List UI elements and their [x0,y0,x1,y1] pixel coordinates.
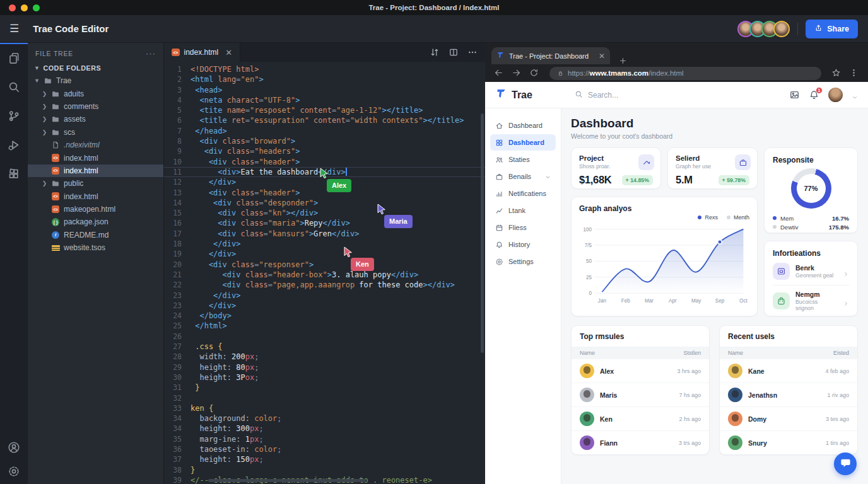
table-row[interactable]: Kane 4 feb ago [720,359,857,383]
html-file-icon: <> [51,192,60,201]
sidebar-item-fliess[interactable]: Fliess [490,219,556,236]
sidebar-item-settings[interactable]: Settings [490,253,556,270]
back-button[interactable] [494,68,504,78]
browser-menu-icon[interactable] [849,68,859,78]
stat-badge: + 59.78% [718,175,749,185]
code-area[interactable]: 1<!DOCTYPE html>2<html lang="en">3 <head… [164,62,485,484]
search-input[interactable]: Search... [575,90,618,100]
line-number: 12 [164,177,191,187]
code-line: 6 <title ret="essupration" content="widt… [164,115,485,125]
stat-value: $1,68K [579,174,611,186]
sidebar-item-staties[interactable]: Staties [490,151,556,168]
menu-icon[interactable]: ☰ [9,23,19,34]
more-actions-icon[interactable] [467,47,478,57]
table-row[interactable]: Alex 3 hrs ago [572,359,709,383]
sidebar-item-history[interactable]: History [490,236,556,253]
file-tree-item[interactable]: ❯assets [28,113,163,125]
sidebar-item-ltank[interactable]: Ltank [490,202,556,219]
app-header: ☰ Trae Code Editor Share [0,15,868,43]
code-line: 15 <div class="kn"></div> [164,208,485,218]
file-tree-item[interactable]: ❯public [28,177,163,190]
close-tab-icon[interactable]: ✕ [225,48,232,57]
legend-dot [773,216,777,220]
split-editor-icon[interactable] [449,47,459,57]
share-button[interactable]: Share [806,20,858,38]
run-debug-icon[interactable] [8,139,20,151]
code-line: 4 <neta charact="UTF-8"> [164,95,485,105]
file-tree-item[interactable]: <>index.html [28,164,163,177]
sidebar-item-netificatiens[interactable]: Netificatiens [490,185,556,202]
extensions-icon[interactable] [8,168,20,180]
table-row[interactable]: Jenathsn 1 riv ago [720,383,857,406]
table-row[interactable]: Maris 7 hs ago [572,383,709,406]
file-tree-item[interactable]: website.tsos [28,241,163,254]
code-line: 31 } [164,383,485,393]
code-line: 32 [164,393,485,403]
info-list-item[interactable]: NemgmBucoicss srignon [773,285,849,316]
settings-icon[interactable] [8,465,20,478]
svg-text:Feb: Feb [621,298,630,304]
avatar[interactable] [773,21,790,37]
sidebar-item-benails[interactable]: Benails [490,168,556,185]
chevron-down-icon[interactable] [852,92,858,98]
file-tree-item[interactable]: .ndexivitml [28,139,163,151]
folder-icon [51,179,60,188]
line-number: 20 [164,260,191,270]
refresh-button[interactable] [529,68,539,78]
html-file-icon: <> [51,205,60,214]
explorer-icon[interactable] [8,52,20,64]
source-control-icon[interactable] [8,110,20,122]
file-tree-item[interactable]: <>makeopen.html [28,203,163,216]
search-icon[interactable] [8,81,20,93]
sidebar-item-dashbeard[interactable]: Dashbeard [490,134,556,151]
line-number: 15 [164,208,191,218]
chevron-right-icon: ❯ [42,116,47,122]
chat-support-button[interactable] [834,452,857,475]
bookmark-star-icon[interactable] [831,68,842,78]
file-tree-item[interactable]: { }package.json [28,216,163,228]
line-number: 14 [164,198,191,208]
account-icon[interactable] [8,441,20,454]
donut-value: 77% [791,168,831,209]
file-tree-item[interactable]: ❯aduits [28,87,163,100]
site-brand[interactable]: Trae [495,88,561,102]
table-row[interactable]: Ken 2 hs ago [572,406,709,430]
browser-tab[interactable]: Trae - Project: Dashboard ✕ [491,47,610,64]
forward-button[interactable] [512,68,522,78]
notifications-bell-icon[interactable]: 1 [809,89,819,100]
tab-index-html[interactable]: <> index.html ✕ [164,43,240,62]
horizontal-scrollbar[interactable] [208,479,366,482]
new-tab-button[interactable] [619,56,627,64]
file-name: index.html [64,192,98,201]
code-line: 11 <div>Eat the dashboard</div> [164,167,485,177]
sidebar-item-dashbeard[interactable]: Dashbeard [490,117,556,134]
table-row[interactable]: Domy 3 tes ago [720,406,857,430]
code-folders-section[interactable]: ▼ CODE FOLDERS [28,62,163,74]
svg-text:50: 50 [586,258,592,264]
media-icon[interactable] [789,89,800,100]
code-line: 2<html lang="en"> [164,74,485,84]
more-icon[interactable]: ··· [146,49,156,58]
file-tree-item[interactable]: <>index.html [28,190,163,203]
file-tree-item[interactable]: ▼Trae [28,74,163,87]
file-tree-item[interactable]: <>index.html [28,151,163,164]
compare-changes-icon[interactable] [430,47,440,57]
address-bar[interactable]: https://www.tmams.com/index.html [549,67,821,80]
file-tree-item[interactable]: ❯comments [28,100,163,113]
avatar [580,388,594,402]
app-window: Trae - Project: Dashboard / Index.html ☰… [0,0,868,484]
code-line: 22 <div class="page,app.aaangrop for the… [164,280,485,290]
file-tree-item[interactable]: iREADME.md [28,229,163,241]
vertical-scrollbar[interactable] [481,113,484,353]
line-number: 25 [164,321,191,331]
close-tab-icon[interactable]: ✕ [599,52,605,60]
code-line: 33ken { [164,403,485,413]
info-list-item[interactable]: BenrkGeoresent geal [773,258,849,285]
table-row[interactable]: Snury 1 tirs ago [720,430,857,454]
file-tree-item[interactable]: ❯scs [28,126,163,139]
table-row[interactable]: Fiann 3 trs ago [572,430,709,454]
code-line: 23 </div> [164,301,485,311]
user-avatar[interactable] [828,88,843,102]
legend-item: Menth [727,214,749,221]
code-line: 25 </html> [164,321,485,331]
